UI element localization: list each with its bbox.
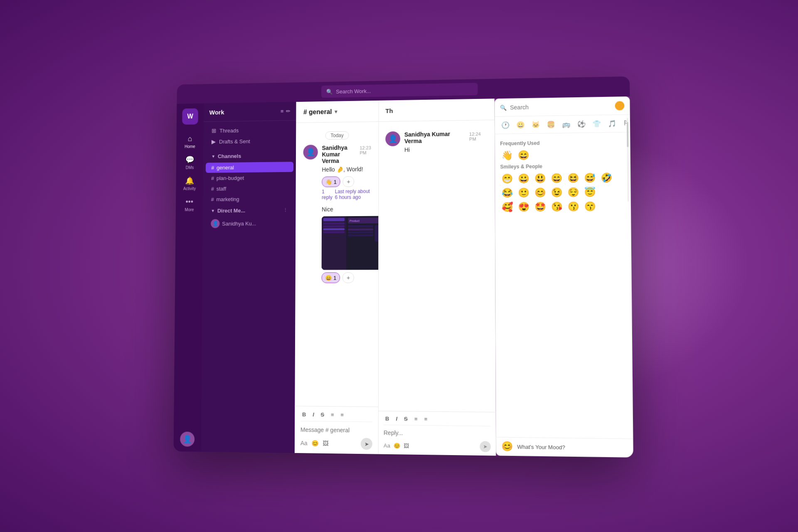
channel-item-staff[interactable]: # staff <box>205 183 293 194</box>
cat-food-icon[interactable]: 🍔 <box>545 119 557 130</box>
smileys-row-2: 😂 🙂 😊 😉 😌 😇 <box>500 186 626 199</box>
thread-panel: Th 👤 Sanidhya Kumar Verma 12:24 PM Hi <box>378 99 496 456</box>
cat-smileys-icon[interactable]: 😀 <box>515 120 526 130</box>
thread-msg-content: Sanidhya Kumar Verma 12:24 PM Hi <box>404 130 488 154</box>
emoji-kissing-heart[interactable]: 😘 <box>550 201 564 212</box>
channel-item-marketing[interactable]: # marketing <box>205 194 293 204</box>
reply-info-1[interactable]: 1 reply Last reply about 6 hours ago <box>322 188 371 200</box>
emoji-smile[interactable]: 😄 <box>549 172 564 184</box>
thread-reply-input[interactable] <box>384 427 491 439</box>
emoji-sweat-smile[interactable]: 😅 <box>583 172 597 184</box>
thread-bold-btn[interactable]: B <box>384 415 391 423</box>
reaction-wave-1[interactable]: 👋1 <box>322 176 340 187</box>
emoji-innocent[interactable]: 😇 <box>583 186 597 198</box>
italic-btn[interactable]: I <box>311 411 316 419</box>
workspace-header: Work ≡ ✏ <box>204 102 296 122</box>
thread-list2-btn[interactable]: ≡ <box>423 415 429 423</box>
emoji-smiley[interactable]: 😃 <box>533 172 547 184</box>
thread-list-btn[interactable]: ≡ <box>413 415 419 423</box>
smileys-title: Smileys & People <box>500 163 625 170</box>
thread-italic-btn[interactable]: I <box>394 415 399 423</box>
search-icon: 🔍 <box>326 89 333 95</box>
channel-item-general[interactable]: # general <box>206 162 293 173</box>
msg-header-1: Sanidhya Kumar Verma 12:23 PM <box>322 144 371 165</box>
thread-title: Th <box>385 107 393 114</box>
emoji-skin-tone[interactable] <box>615 101 625 110</box>
thread-compose-footer: Aa 😊 🖼 ➤ <box>384 440 491 452</box>
emoji-grinning[interactable]: 😀 <box>517 173 531 185</box>
thread-image-icon[interactable]: 🖼 <box>404 443 409 449</box>
emoji-wink[interactable]: 😉 <box>549 187 564 198</box>
emoji-grin[interactable]: 😁 <box>500 173 515 185</box>
font-icon[interactable]: Aa <box>300 440 308 446</box>
edit-icon[interactable]: ✏ <box>286 108 291 114</box>
dm-avatar: 👤 <box>211 219 219 228</box>
send-btn[interactable]: ➤ <box>361 438 372 450</box>
sidebar-item-more[interactable]: ••• More <box>176 194 203 215</box>
chevron-down-icon-dm: ▼ <box>211 209 215 213</box>
channel-item-plan-budget[interactable]: # plan-budget <box>206 172 293 184</box>
emoji-heart-eyes[interactable]: 😍 <box>517 201 531 213</box>
thread-footer-tools: Aa 😊 🖼 <box>384 442 409 449</box>
drafts-nav-item[interactable]: ▶ Drafts & Sent <box>206 135 293 147</box>
emoji-kissing-closed-eyes[interactable]: 😙 <box>583 201 597 213</box>
thread-send-btn[interactable]: ➤ <box>480 441 491 452</box>
emoji-star-struck[interactable]: 🤩 <box>533 201 547 213</box>
emoji-wave[interactable]: 👋 <box>500 150 514 161</box>
cat-travel-icon[interactable]: 🚌 <box>561 119 572 129</box>
emoji-joy[interactable]: 😂 <box>500 187 515 199</box>
sidebar-item-activity[interactable]: 🔔 Activity <box>176 173 203 194</box>
cat-activities-icon[interactable]: ⚽ <box>576 119 587 129</box>
filter-icon[interactable]: ≡ <box>281 108 283 114</box>
dm-section-header[interactable]: ▼ Direct Me... ⋮ <box>205 204 293 216</box>
chat-channel-title: # general ▼ <box>303 108 338 116</box>
thread-strike-btn[interactable]: S <box>402 415 409 423</box>
add-reaction-btn-2[interactable]: + <box>342 272 354 283</box>
emoji-laugh[interactable]: 😄 <box>517 150 531 161</box>
dm-item-sanidhya[interactable]: 👤 Sanidhya Ku... <box>205 217 293 230</box>
emoji-blush[interactable]: 😊 <box>533 187 547 199</box>
cat-animals-icon[interactable]: 🐱 <box>530 119 542 130</box>
channel-name-marketing: marketing <box>216 196 239 202</box>
threads-nav-item[interactable]: ⊞ Threads <box>206 124 293 136</box>
emoji-kissing[interactable]: 😗 <box>566 201 581 213</box>
emoji-rofl[interactable]: 🤣 <box>599 172 613 184</box>
list2-btn[interactable]: ≡ <box>339 411 345 419</box>
list-btn[interactable]: ≡ <box>329 411 336 419</box>
frequently-used-title: Frequently Used <box>500 139 625 147</box>
mood-section: 😊 What's Your Mood? <box>496 437 633 457</box>
cat-objects-icon[interactable]: 👕 <box>591 118 602 129</box>
workspace-avatar[interactable]: W <box>182 108 198 125</box>
emoji-relieved[interactable]: 😌 <box>566 187 580 199</box>
image-icon[interactable]: 🖼 <box>323 440 328 447</box>
sidebar-item-dms[interactable]: 💬 DMs <box>176 152 204 173</box>
sidebar-item-home[interactable]: ⌂ Home <box>176 131 204 152</box>
dms-label: DMs <box>186 165 194 170</box>
emoji-icon[interactable]: 😊 <box>312 440 319 446</box>
add-reaction-btn-1[interactable]: + <box>343 176 355 187</box>
more-icon: ••• <box>185 197 194 207</box>
emoji-search-input[interactable] <box>510 103 611 111</box>
channel-name-general: general <box>217 165 234 171</box>
user-avatar[interactable]: 👤 <box>180 431 195 446</box>
reaction-laugh-2[interactable]: 😄1 <box>322 272 340 283</box>
thread-font-icon[interactable]: Aa <box>384 442 390 448</box>
bold-btn[interactable]: B <box>300 411 308 419</box>
emoji-search-icon: 🔍 <box>500 104 507 111</box>
cat-recent-icon[interactable]: 🕐 <box>500 120 511 130</box>
reply-count: 1 reply <box>322 189 332 200</box>
strike-btn[interactable]: S <box>319 411 326 419</box>
cat-symbols-icon[interactable]: 🎵 <box>606 118 618 129</box>
emoji-slightly-smiling[interactable]: 🙂 <box>517 187 531 199</box>
thread-message-1: 👤 Sanidhya Kumar Verma 12:24 PM Hi <box>385 130 488 155</box>
emoji-laughing[interactable]: 😆 <box>566 172 580 185</box>
emoji-smiling-hearts[interactable]: 🥰 <box>500 201 515 213</box>
emoji-scrollbar-thumb[interactable] <box>627 122 629 147</box>
compose-input[interactable] <box>300 424 372 436</box>
home-label: Home <box>185 144 195 149</box>
channels-section-header[interactable]: ▼ Channels <box>206 150 293 162</box>
home-icon: ⌂ <box>185 134 194 143</box>
compose-footer-tools: Aa 😊 🖼 <box>300 440 329 447</box>
thread-emoji-icon[interactable]: 😊 <box>394 442 400 448</box>
top-search-container[interactable]: 🔍 Search Work... <box>321 83 478 98</box>
